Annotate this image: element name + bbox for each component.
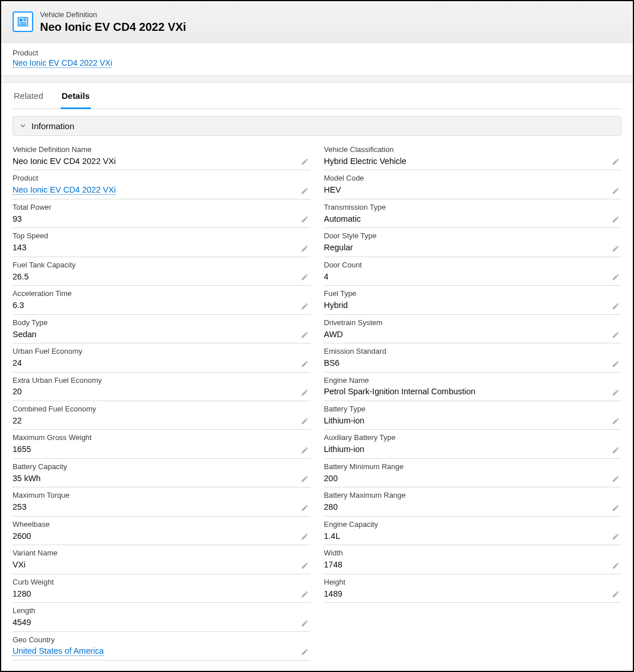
field-value: HEV	[324, 185, 622, 196]
edit-button-door-count[interactable]	[611, 273, 620, 282]
field-label: Width	[324, 549, 622, 558]
field-height: Height1489	[324, 574, 622, 603]
edit-button-door-style-type[interactable]	[611, 244, 620, 253]
edit-button-urban-fuel-economy[interactable]	[300, 359, 309, 369]
edit-button-emission-standard[interactable]	[611, 359, 620, 369]
field-value: 22	[13, 415, 310, 427]
pencil-icon	[612, 562, 620, 570]
field-vehicle-definition-name: Vehicle Definition NameNeo Ionic EV CD4 …	[13, 142, 310, 170]
field-value: 93	[13, 214, 310, 225]
page-header: Vehicle Definition Neo Ionic EV CD4 2022…	[1, 1, 633, 43]
field-value: 1280	[13, 589, 310, 600]
edit-button-battery-capacity[interactable]	[300, 474, 309, 483]
edit-button-auxiliary-battery-type[interactable]	[611, 446, 620, 455]
edit-button-battery-type[interactable]	[611, 417, 620, 426]
pencil-icon	[301, 619, 309, 627]
field-urban-fuel-economy: Urban Fuel Economy24	[13, 343, 310, 372]
pencil-icon	[612, 417, 620, 425]
pencil-icon	[612, 360, 620, 368]
field-door-count: Door Count4	[324, 257, 622, 286]
field-value: 1748	[324, 559, 622, 571]
edit-button-model-code[interactable]	[611, 186, 620, 195]
field-value: 4549	[13, 617, 310, 629]
edit-button-width[interactable]	[611, 561, 620, 570]
field-label: Door Style Type	[324, 231, 622, 241]
field-link-product[interactable]: Neo Ionic EV CD4 2022 VXi	[13, 185, 116, 195]
field-label: Fuel Type	[324, 289, 622, 299]
pencil-icon	[301, 475, 309, 483]
tab-related[interactable]: Related	[13, 83, 45, 109]
record-type-icon	[13, 11, 33, 32]
field-fuel-tank-capacity: Fuel Tank Capacity26.5	[13, 257, 310, 286]
edit-button-top-speed[interactable]	[300, 244, 309, 253]
edit-button-curb-weight[interactable]	[300, 590, 309, 599]
edit-button-engine-capacity[interactable]	[611, 532, 620, 541]
edit-button-battery-minimum-range[interactable]	[611, 474, 620, 483]
field-label: Battery Type	[324, 405, 622, 414]
field-value: Lithium-ion	[324, 444, 622, 455]
section-information-header[interactable]: Information	[13, 116, 621, 136]
pencil-icon	[612, 504, 620, 512]
field-value: 24	[13, 358, 310, 369]
field-value: Lithium-ion	[324, 415, 622, 427]
pencil-icon	[301, 648, 309, 656]
edit-button-height[interactable]	[611, 590, 620, 599]
edit-button-acceleration-time[interactable]	[300, 302, 309, 311]
edit-button-total-power[interactable]	[300, 215, 309, 224]
field-label: Top Speed	[13, 231, 310, 241]
field-value: 26.5	[13, 271, 310, 283]
pencil-icon	[612, 475, 620, 483]
field-value: 20	[13, 386, 310, 398]
edit-button-fuel-tank-capacity[interactable]	[300, 273, 309, 282]
chevron-down-icon	[19, 122, 27, 130]
edit-button-battery-maximum-range[interactable]	[611, 503, 620, 513]
edit-button-combined-fuel-economy[interactable]	[300, 417, 309, 426]
field-label: Total Power	[13, 203, 310, 213]
compact-product-label: Product	[13, 49, 621, 57]
field-label: Transmission Type	[324, 203, 622, 213]
edit-button-maximum-gross-weight[interactable]	[300, 446, 309, 455]
edit-button-fuel-type[interactable]	[611, 302, 620, 311]
field-label: Auxiliary Battery Type	[324, 433, 622, 443]
field-value: Neo Ionic EV CD4 2022 VXi	[13, 185, 310, 196]
tab-details[interactable]: Details	[61, 83, 91, 109]
edit-button-wheelbase[interactable]	[300, 532, 309, 541]
field-acceleration-time: Acceleration Time6.3	[13, 286, 310, 314]
pencil-icon	[301, 187, 309, 195]
edit-button-maximum-torque[interactable]	[300, 503, 309, 513]
edit-button-engine-name[interactable]	[611, 388, 620, 397]
field-fuel-type: Fuel TypeHybrid	[324, 286, 622, 314]
compact-product-link[interactable]: Neo Ionic EV CD4 2022 VXi	[13, 58, 112, 68]
pencil-icon	[612, 215, 620, 223]
edit-button-geo-country[interactable]	[300, 647, 309, 657]
field-link-geo-country[interactable]: United States of America	[13, 646, 104, 656]
field-label: Height	[324, 578, 622, 587]
edit-button-length[interactable]	[300, 619, 309, 628]
edit-button-body-type[interactable]	[300, 330, 309, 339]
field-transmission-type: Transmission TypeAutomatic	[324, 199, 622, 228]
field-value: Petrol Spark-Ignition Internal Combustio…	[324, 386, 622, 398]
edit-button-extra-urban-fuel-economy[interactable]	[300, 388, 309, 397]
field-label: Length	[13, 606, 310, 616]
field-label: Geo Country	[13, 635, 310, 645]
edit-button-transmission-type[interactable]	[611, 215, 620, 224]
edit-button-vehicle-definition-name[interactable]	[300, 157, 309, 166]
field-length: Length4549	[13, 603, 310, 631]
field-door-style-type: Door Style TypeRegular	[324, 228, 622, 257]
edit-button-product[interactable]	[300, 186, 309, 195]
field-label: Vehicle Definition Name	[13, 145, 310, 155]
pencil-icon	[612, 302, 620, 310]
field-auxiliary-battery-type: Auxiliary Battery TypeLithium-ion	[324, 430, 622, 458]
field-value: 1489	[324, 589, 622, 600]
edit-button-vehicle-classification[interactable]	[611, 157, 620, 166]
field-emission-standard: Emission StandardBS6	[324, 343, 622, 372]
field-engine-capacity: Engine Capacity1.4L	[324, 517, 622, 545]
edit-button-variant-name[interactable]	[300, 561, 309, 570]
field-label: Curb Weight	[13, 578, 310, 587]
pencil-icon	[301, 360, 309, 368]
field-curb-weight: Curb Weight1280	[13, 574, 310, 603]
edit-button-drivetrain-system[interactable]	[611, 330, 620, 339]
field-value: Sedan	[13, 329, 310, 341]
field-label: Body Type	[13, 318, 310, 328]
gap-strip	[1, 76, 633, 83]
